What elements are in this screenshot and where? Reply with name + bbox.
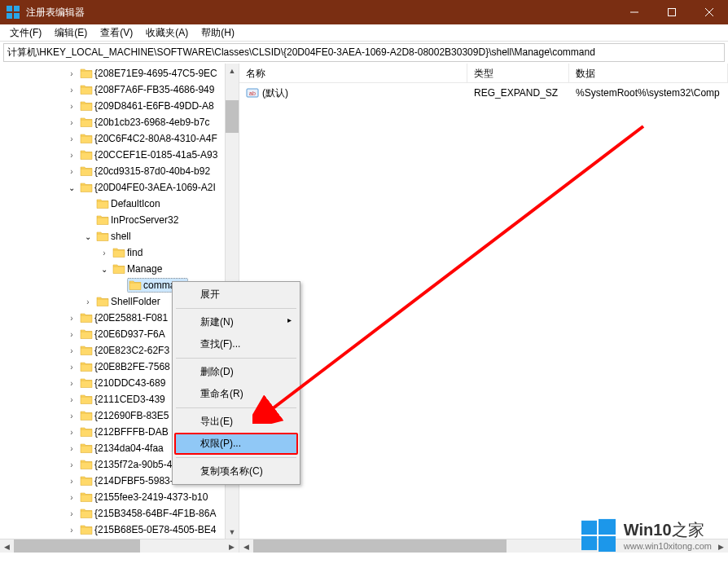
tree-item[interactable]: DefaultIcon bbox=[0, 196, 239, 212]
chevron-icon[interactable]: › bbox=[65, 509, 78, 518]
chevron-icon[interactable]: › bbox=[98, 249, 111, 258]
chevron-icon[interactable]: › bbox=[65, 363, 78, 372]
svg-text:ab: ab bbox=[249, 90, 256, 96]
chevron-icon[interactable]: › bbox=[65, 167, 78, 176]
folder-icon bbox=[96, 295, 109, 308]
chevron-icon[interactable]: › bbox=[65, 134, 78, 143]
context-menu-rename[interactable]: 重命名(R) bbox=[174, 383, 298, 405]
folder-icon bbox=[96, 230, 109, 243]
tree-item[interactable]: ›{20cd9315-87d0-40b4-b92 bbox=[0, 163, 239, 179]
chevron-icon[interactable]: › bbox=[65, 69, 78, 78]
context-menu-export[interactable]: 导出(E) bbox=[174, 411, 298, 433]
close-button[interactable] bbox=[691, 0, 728, 24]
context-menu-delete[interactable]: 删除(D) bbox=[174, 361, 298, 383]
chevron-icon[interactable]: › bbox=[81, 297, 94, 306]
value-data: %SystemRoot%\system32\Comp bbox=[569, 87, 728, 99]
tree-item-label: {20b1cb23-6968-4eb9-b7c bbox=[94, 117, 209, 128]
menu-favorites[interactable]: 收藏夹(A) bbox=[139, 24, 195, 42]
tree-item[interactable]: ⌄shell bbox=[0, 228, 239, 244]
menu-help[interactable]: 帮助(H) bbox=[195, 24, 241, 42]
minimize-button[interactable] bbox=[616, 0, 653, 24]
scroll-thumb[interactable] bbox=[14, 539, 140, 553]
column-data[interactable]: 数据 bbox=[569, 64, 728, 82]
chevron-icon[interactable]: › bbox=[65, 477, 78, 486]
scroll-left-arrow-icon[interactable]: ◀ bbox=[239, 539, 253, 553]
tree-item[interactable]: ›find bbox=[0, 244, 239, 261]
chevron-icon[interactable]: › bbox=[65, 460, 78, 469]
tree-item[interactable]: ⌄Manage bbox=[0, 261, 239, 277]
folder-icon bbox=[80, 344, 93, 357]
tree-item[interactable]: ›{20CCEF1E-0185-41a5-A93 bbox=[0, 147, 239, 163]
chevron-icon[interactable]: › bbox=[65, 526, 78, 535]
chevron-icon[interactable]: › bbox=[65, 428, 78, 437]
context-menu-find[interactable]: 查找(F)... bbox=[174, 333, 298, 355]
tree-item[interactable]: InProcServer32 bbox=[0, 212, 239, 228]
context-menu-new[interactable]: 新建(N) bbox=[174, 311, 298, 333]
folder-icon bbox=[80, 181, 93, 194]
scroll-left-arrow-icon[interactable]: ◀ bbox=[0, 539, 14, 553]
tree-item-label: Manage bbox=[127, 263, 162, 275]
tree-item[interactable]: ›{2155fee3-2419-4373-b10 bbox=[0, 489, 239, 505]
tree-item[interactable]: ›{215B68E5-0E78-4505-BE4 bbox=[0, 522, 239, 538]
svg-rect-0 bbox=[7, 6, 12, 11]
tree-item-label: {2111CED3-439 bbox=[94, 394, 165, 405]
context-menu-permissions[interactable]: 权限(P)... bbox=[174, 433, 298, 455]
chevron-icon[interactable]: ⌄ bbox=[98, 265, 111, 274]
tree-item-label: find bbox=[127, 247, 143, 258]
chevron-icon[interactable]: › bbox=[65, 379, 78, 388]
menu-file[interactable]: 文件(F) bbox=[3, 24, 48, 42]
menu-edit[interactable]: 编辑(E) bbox=[48, 24, 94, 42]
menu-separator bbox=[176, 407, 296, 408]
svg-rect-14 bbox=[581, 536, 597, 550]
scroll-down-arrow-icon[interactable]: ▼ bbox=[226, 525, 239, 539]
folder-icon bbox=[80, 67, 93, 80]
tree-item[interactable]: ›{20C6F4C2-80A8-4310-A4F bbox=[0, 130, 239, 147]
chevron-icon[interactable]: › bbox=[65, 151, 78, 160]
chevron-icon[interactable]: ⌄ bbox=[81, 232, 94, 241]
list-row[interactable]: ab (默认) REG_EXPAND_SZ %SystemRoot%\syste… bbox=[239, 85, 728, 101]
tree-item[interactable]: ›{209D8461-E6FB-49DD-A8 bbox=[0, 98, 239, 114]
chevron-icon[interactable]: › bbox=[65, 86, 78, 95]
tree-item-label: InProcServer32 bbox=[111, 214, 178, 226]
menu-separator bbox=[176, 358, 296, 359]
scroll-thumb[interactable] bbox=[226, 100, 239, 133]
tree-item[interactable]: ›{208F7A6F-FB35-4686-949 bbox=[0, 81, 239, 98]
chevron-icon[interactable]: › bbox=[65, 444, 78, 453]
chevron-icon[interactable]: › bbox=[65, 118, 78, 127]
tree-item-label: {2134da04-4faa bbox=[94, 443, 164, 454]
tree-horizontal-scrollbar[interactable]: ◀ ▶ bbox=[0, 539, 239, 553]
tree-item[interactable]: ⌄{20D04FE0-3AEA-1069-A2I bbox=[0, 179, 239, 196]
tree-item[interactable]: ›{215B3458-64BF-4F1B-86A bbox=[0, 505, 239, 522]
menu-view[interactable]: 查看(V) bbox=[94, 24, 139, 42]
chevron-icon[interactable]: › bbox=[65, 346, 78, 355]
tree-item-label: {208F7A6F-FB35-4686-949 bbox=[94, 84, 214, 95]
chevron-icon[interactable]: › bbox=[65, 395, 78, 404]
column-name[interactable]: 名称 bbox=[239, 64, 467, 82]
chevron-icon[interactable]: › bbox=[65, 330, 78, 339]
scroll-thumb[interactable] bbox=[253, 539, 507, 553]
tree-item-label: {20CCEF1E-0185-41a5-A93 bbox=[94, 149, 217, 161]
chevron-icon[interactable]: › bbox=[65, 314, 78, 323]
chevron-icon[interactable]: › bbox=[65, 493, 78, 502]
folder-icon bbox=[80, 425, 93, 438]
tree-item[interactable]: ›{208E71E9-4695-47C5-9EC bbox=[0, 65, 239, 81]
menu-separator bbox=[176, 308, 296, 309]
tree-item-label: {208E71E9-4695-47C5-9EC bbox=[94, 68, 217, 79]
scroll-up-arrow-icon[interactable]: ▲ bbox=[226, 64, 239, 77]
tree-item[interactable]: ›{20b1cb23-6968-4eb9-b7c bbox=[0, 114, 239, 130]
chevron-icon[interactable]: ⌄ bbox=[65, 183, 78, 192]
address-bar[interactable]: 计算机\HKEY_LOCAL_MACHINE\SOFTWARE\Classes\… bbox=[3, 43, 725, 62]
main-content: ›{208E71E9-4695-47C5-9EC›{208F7A6F-FB35-… bbox=[0, 64, 728, 553]
maximize-button[interactable] bbox=[653, 0, 691, 24]
folder-icon bbox=[80, 409, 93, 422]
tree-item-label: {20D04FE0-3AEA-1069-A2I bbox=[94, 182, 216, 193]
context-menu-expand[interactable]: 展开 bbox=[174, 284, 298, 306]
column-type[interactable]: 类型 bbox=[467, 64, 569, 82]
tree-item-label: DefaultIcon bbox=[111, 198, 160, 209]
chevron-icon[interactable]: › bbox=[65, 412, 78, 420]
scroll-right-arrow-icon[interactable]: ▶ bbox=[225, 539, 239, 553]
scroll-right-arrow-icon[interactable]: ▶ bbox=[714, 539, 728, 553]
chevron-icon[interactable]: › bbox=[65, 102, 78, 111]
folder-icon bbox=[112, 246, 125, 259]
context-menu-copy-key-name[interactable]: 复制项名称(C) bbox=[174, 460, 298, 482]
